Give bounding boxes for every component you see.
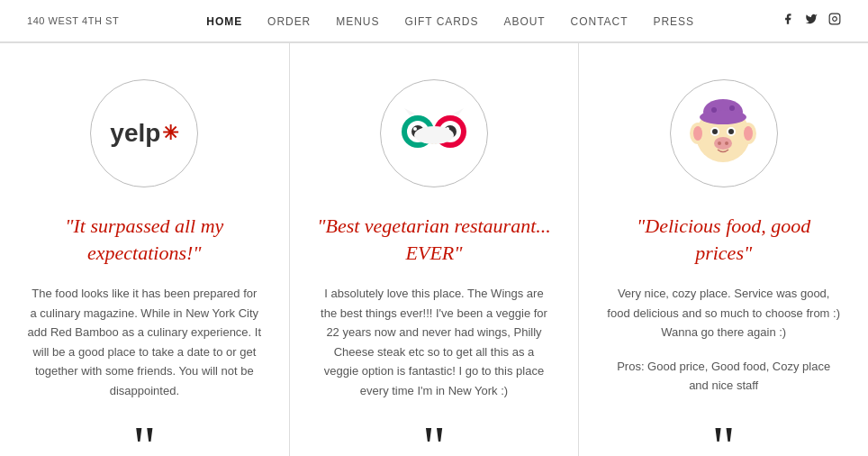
navigation: 140 WEST 4TH ST HOME ORDER MENUS GIFT CA… (0, 0, 868, 42)
nav-social (782, 13, 841, 29)
svg-marker-12 (404, 108, 415, 115)
yelp-burst-icon: ✳ (162, 122, 178, 145)
review-headline-yelp: "It surpassed all my expectations!" (27, 213, 262, 266)
review-body-yelp: The food looks like it has been prepared… (27, 284, 261, 400)
nav-link-about[interactable]: ABOUT (503, 15, 545, 28)
twitter-link[interactable] (805, 13, 818, 29)
svg-point-16 (700, 110, 746, 124)
review-headline-happycow: "Delicious food, good prices" (606, 213, 841, 266)
svg-point-5 (413, 127, 417, 131)
closing-quote-tripadvisor: " (422, 400, 446, 456)
review-body-happycow-part1: Very nice, cozy place. Service was good,… (607, 284, 841, 342)
svg-point-29 (729, 105, 735, 111)
nav-links: HOME ORDER MENUS GIFT CARDS ABOUT CONTAC… (206, 13, 694, 29)
svg-rect-0 (829, 14, 840, 24)
instagram-icon (828, 13, 841, 25)
tripadvisor-icon (393, 106, 475, 160)
facebook-icon (782, 13, 794, 25)
happycow-icon (685, 96, 762, 172)
svg-point-24 (728, 129, 734, 134)
nav-link-press[interactable]: PRESS (653, 15, 693, 28)
tripadvisor-logo-circle (380, 79, 488, 187)
nav-link-home[interactable]: HOME (206, 15, 242, 28)
nav-link-menus[interactable]: MENUS (336, 15, 379, 28)
closing-quote-happycow: " (712, 400, 736, 456)
svg-marker-13 (453, 108, 464, 115)
svg-point-26 (718, 141, 721, 145)
yelp-text: yelp (110, 119, 160, 148)
review-column-yelp: yelp ✳ "It surpassed all my expectations… (0, 43, 290, 456)
nav-item-about[interactable]: ABOUT (503, 13, 545, 29)
svg-point-18 (693, 126, 702, 141)
review-body-happycow-part2: Pros: Good price, Good food, Cozy place … (607, 357, 841, 396)
review-column-tripadvisor: "Best vegetarian restaurant... EVER" I a… (290, 43, 580, 456)
facebook-link[interactable] (782, 13, 794, 29)
nav-item-gift-cards[interactable]: GIFT CARDS (404, 13, 478, 29)
review-column-happycow: "Delicious food, good prices" Very nice,… (579, 43, 868, 456)
review-body-tripadvisor: I absolutely love this place. The Wings … (317, 284, 551, 400)
svg-point-22 (712, 129, 718, 134)
nav-item-order[interactable]: ORDER (267, 13, 311, 29)
svg-point-20 (744, 126, 753, 141)
svg-point-11 (414, 126, 454, 144)
svg-point-28 (711, 107, 717, 113)
nav-item-press[interactable]: PRESS (653, 13, 693, 29)
yelp-logo-circle: yelp ✳ (90, 79, 198, 187)
closing-quote-yelp: " (132, 400, 156, 456)
twitter-icon (805, 13, 818, 25)
nav-address: 140 WEST 4TH ST (27, 15, 119, 26)
nav-link-gift-cards[interactable]: GIFT CARDS (404, 15, 478, 28)
reviews-section: yelp ✳ "It surpassed all my expectations… (0, 43, 868, 456)
review-headline-tripadvisor: "Best vegetarian restaurant... EVER" (317, 213, 552, 266)
nav-link-contact[interactable]: CONTACT (571, 15, 628, 28)
happycow-logo-circle (670, 79, 778, 187)
nav-item-menus[interactable]: MENUS (336, 13, 379, 29)
nav-link-order[interactable]: ORDER (267, 15, 311, 28)
nav-item-contact[interactable]: CONTACT (571, 13, 628, 29)
svg-point-27 (725, 141, 728, 145)
yelp-logo: yelp ✳ (110, 119, 178, 148)
instagram-link[interactable] (828, 13, 841, 29)
nav-item-home[interactable]: HOME (206, 13, 242, 29)
svg-point-25 (714, 137, 732, 150)
